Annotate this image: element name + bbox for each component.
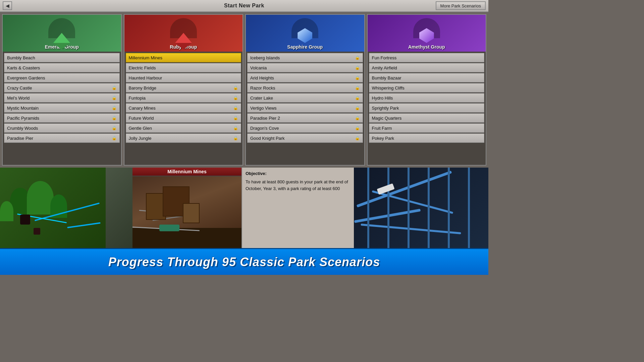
scenario-name: Pacific Pyramids xyxy=(7,116,39,121)
scenario-item[interactable]: Canary Mines🔒 xyxy=(126,103,241,113)
scenario-item[interactable]: Hydro Hills xyxy=(369,93,485,103)
scenario-name: Jolly Jungle xyxy=(129,136,152,141)
group-panel-amethyst: Amethyst GroupFun FortressAmity Airfield… xyxy=(367,14,487,166)
scenario-item[interactable]: Iceberg Islands🔒 xyxy=(247,53,363,62)
scenario-item[interactable]: Karts & Coasters xyxy=(4,63,120,72)
scenario-name: Barony Bridge xyxy=(129,85,156,90)
group-panel-sapphire: Sapphire GroupIceberg Islands🔒Volcania🔒A… xyxy=(245,14,365,166)
scenario-item[interactable]: Gentle Glen🔒 xyxy=(126,123,241,133)
lock-icon: 🔒 xyxy=(233,106,238,110)
scenario-name: Magic Quarters xyxy=(372,116,402,121)
preview-scenario-title: Millennium Mines xyxy=(132,168,241,176)
scenario-name: Paradise Pier xyxy=(7,136,33,141)
scenario-item[interactable]: Barony Bridge🔒 xyxy=(126,83,241,93)
scenario-item[interactable]: Paradise Pier 2🔒 xyxy=(247,113,363,123)
group-header-sapphire: Sapphire Group xyxy=(246,15,364,52)
objective-title: Objective: xyxy=(246,171,351,176)
preview-center-image xyxy=(132,176,241,248)
lock-icon: 🔒 xyxy=(355,106,360,110)
scenario-item[interactable]: Fun Fortress xyxy=(369,53,485,62)
lock-icon: 🔒 xyxy=(355,65,360,70)
scenario-item[interactable]: Electric Fields xyxy=(126,63,241,72)
scenario-name: Amity Airfield xyxy=(372,65,397,70)
scenario-name: Funtopia xyxy=(129,96,146,101)
scenario-item[interactable]: Evergreen Gardens xyxy=(4,73,120,82)
objective-box: Objective: To have at least 800 guests i… xyxy=(241,168,354,248)
scenario-item[interactable]: Crater Lake🔒 xyxy=(247,93,363,103)
preview-area: Millennium Mines Objective: To have at l… xyxy=(0,168,488,248)
scenario-list-amethyst: Fun FortressAmity AirfieldBumbly BazaarW… xyxy=(368,52,486,165)
gem-icon-ruby xyxy=(175,33,192,43)
scenario-item[interactable]: Funtopia🔒 xyxy=(126,93,241,103)
scenario-item[interactable]: Arid Heights🔒 xyxy=(247,73,363,82)
banner-text: Progress Through 95 Classic Park Scenari… xyxy=(108,255,380,269)
scenario-item[interactable]: Good Knight Park🔒 xyxy=(247,133,363,143)
group-panel-ruby: Ruby GroupMillennium MinesElectric Field… xyxy=(124,14,244,166)
scenario-item[interactable]: Magic Quarters xyxy=(369,113,485,123)
more-scenarios-button[interactable]: More Park Scenarios xyxy=(436,1,486,10)
scenario-name: Mel's World xyxy=(7,96,30,101)
scenario-item[interactable]: Pacific Pyramids🔒 xyxy=(4,113,120,123)
main-area: Emerald GroupBumbly BeachKarts & Coaster… xyxy=(0,12,488,168)
lock-icon: 🔒 xyxy=(355,55,360,60)
lock-icon: 🔒 xyxy=(233,116,238,120)
lock-icon: 🔒 xyxy=(355,116,360,120)
scenario-name: Gentle Glen xyxy=(129,126,152,131)
scenario-item[interactable]: Razor Rocks🔒 xyxy=(247,83,363,93)
back-button[interactable]: ◀ xyxy=(3,1,12,10)
scenario-name: Crater Lake xyxy=(250,96,273,101)
preview-left-scene xyxy=(0,168,132,248)
scenario-item[interactable]: Amity Airfield xyxy=(369,63,485,72)
scenario-name: Electric Fields xyxy=(129,65,156,70)
scenario-item[interactable]: Mel's World🔒 xyxy=(4,93,120,103)
scenario-name: Razor Rocks xyxy=(250,85,275,90)
lock-icon: 🔒 xyxy=(112,85,117,90)
scenario-name: Hydro Hills xyxy=(372,96,393,101)
scenario-name: Evergreen Gardens xyxy=(7,75,45,80)
bottom-banner: Progress Through 95 Classic Park Scenari… xyxy=(0,248,488,275)
scenario-item[interactable]: Crumbly Woods🔒 xyxy=(4,123,120,133)
scenario-name: Fruit Farm xyxy=(372,126,392,131)
scenario-name: Crumbly Woods xyxy=(7,126,38,131)
scenario-name: Bumbly Beach xyxy=(7,55,35,60)
scenario-name: Millennium Mines xyxy=(129,55,162,60)
scenario-item[interactable]: Whispering Cliffs xyxy=(369,83,485,93)
lock-icon: 🔒 xyxy=(233,126,238,130)
group-header-emerald: Emerald Group xyxy=(3,15,121,52)
preview-right-scene xyxy=(354,168,488,248)
scenario-item[interactable]: Jolly Jungle🔒 xyxy=(126,133,241,143)
group-name-amethyst: Amethyst Group xyxy=(408,44,445,50)
group-panel-emerald: Emerald GroupBumbly BeachKarts & Coaster… xyxy=(2,14,122,166)
scenario-item[interactable]: Future World🔒 xyxy=(126,113,241,123)
lock-icon: 🔒 xyxy=(233,85,238,90)
scenario-item[interactable]: Bumbly Bazaar xyxy=(369,73,485,82)
scenario-item[interactable]: Fruit Farm xyxy=(369,123,485,133)
scenario-item[interactable]: Volcania🔒 xyxy=(247,63,363,72)
scenario-item[interactable]: Sprightly Park xyxy=(369,103,485,113)
scenario-name: Haunted Harbour xyxy=(129,75,162,80)
lock-icon: 🔒 xyxy=(355,85,360,90)
gem-icon-emerald xyxy=(53,33,70,43)
lock-icon: 🔒 xyxy=(112,136,117,140)
scenario-item[interactable]: Mystic Mountain🔒 xyxy=(4,103,120,113)
scenario-name: Volcania xyxy=(250,65,267,70)
scenario-item[interactable]: Paradise Pier🔒 xyxy=(4,133,120,143)
scenario-item[interactable]: Haunted Harbour xyxy=(126,73,241,82)
objective-text: To have at least 800 guests in your park… xyxy=(246,179,351,192)
scenario-item[interactable]: Bumbly Beach xyxy=(4,53,120,62)
lock-icon: 🔒 xyxy=(112,106,117,110)
scenario-name: Sprightly Park xyxy=(372,106,399,111)
lock-icon: 🔒 xyxy=(112,116,117,120)
scenario-item[interactable]: Dragon's Cove🔒 xyxy=(247,123,363,133)
scenario-item[interactable]: Crazy Castle🔒 xyxy=(4,83,120,93)
scenario-item[interactable]: Vertigo Views🔒 xyxy=(247,103,363,113)
lock-icon: 🔒 xyxy=(355,75,360,80)
gem-icon-amethyst xyxy=(419,28,434,43)
page-title: Start New Park xyxy=(224,3,264,9)
scenario-item[interactable]: Millennium Mines xyxy=(126,53,241,62)
scenario-list-ruby: Millennium MinesElectric FieldsHaunted H… xyxy=(124,52,243,165)
scenario-name: Paradise Pier 2 xyxy=(250,116,280,121)
scenario-item[interactable]: Pokey Park xyxy=(369,133,485,143)
scenario-name: Mystic Mountain xyxy=(7,106,39,111)
lock-icon: 🔒 xyxy=(112,126,117,130)
